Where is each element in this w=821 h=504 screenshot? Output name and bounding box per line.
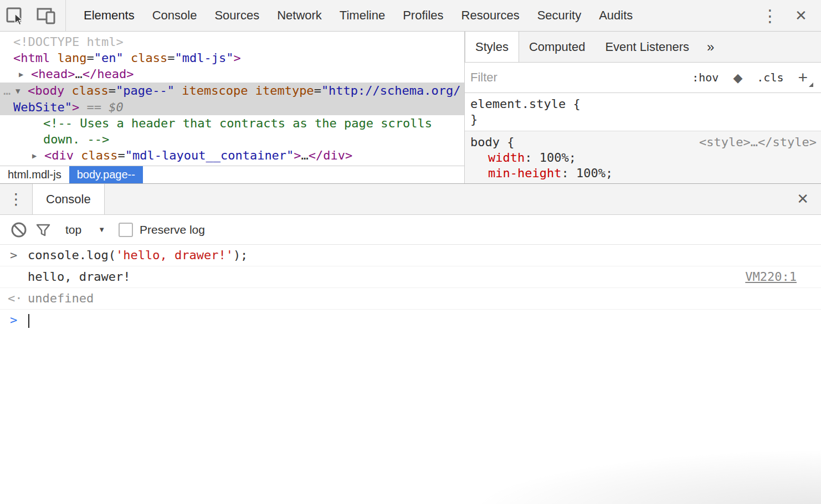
element-classes-button[interactable]: .cls xyxy=(757,71,783,84)
tab-elements[interactable]: Elements xyxy=(75,0,143,31)
rule-close-brace: } xyxy=(465,112,821,127)
panel-splitter[interactable] xyxy=(464,32,465,183)
toolbar-right-controls: ⋮ ✕ xyxy=(755,3,821,28)
preserve-log-label: Preserve log xyxy=(140,223,205,236)
command-chevron-icon: > xyxy=(0,248,28,263)
result-arrow-icon: <· xyxy=(0,291,28,306)
close-drawer-button[interactable]: ✕ xyxy=(793,184,812,214)
message-text: undefined xyxy=(28,291,94,306)
style-rule-element-style: element.style {} xyxy=(465,93,821,131)
tab-network[interactable]: Network xyxy=(268,0,331,31)
console-toolbar: top ▼ Preserve log xyxy=(0,215,821,245)
message-text xyxy=(28,313,29,328)
expand-arrow-icon[interactable]: ▶ xyxy=(32,148,44,164)
tab-overflow-chevron-icon[interactable]: » xyxy=(699,32,722,62)
diamond-state-icon[interactable]: ◆ xyxy=(733,71,742,85)
tab-resources[interactable]: Resources xyxy=(453,0,528,31)
clear-console-icon xyxy=(9,220,28,239)
tab-security[interactable]: Security xyxy=(528,0,590,31)
kebab-icon: ⋮ xyxy=(762,6,778,25)
close-icon: ✕ xyxy=(795,7,807,24)
console-log-row: hello, drawer!VM220:1 xyxy=(0,266,821,288)
tab-console[interactable]: Console xyxy=(143,0,206,31)
rule-selector[interactable]: element.style xyxy=(470,96,566,112)
tab-timeline[interactable]: Timeline xyxy=(331,0,394,31)
drawer-menu-button[interactable]: ⋮ xyxy=(0,184,32,214)
console-prompt-row[interactable]: > xyxy=(0,310,821,331)
context-label: top xyxy=(65,223,81,236)
console-messages: >console.log('hello, drawer!');hello, dr… xyxy=(0,245,821,331)
message-text: hello, drawer! xyxy=(28,270,130,284)
chevron-down-icon: ▼ xyxy=(98,225,105,234)
rule-header: element.style { xyxy=(465,96,821,112)
tab-console-drawer[interactable]: Console xyxy=(32,184,105,214)
funnel-filter-icon xyxy=(34,220,53,239)
preserve-log-toggle[interactable]: Preserve log xyxy=(119,223,205,237)
close-devtools-button[interactable]: ✕ xyxy=(788,3,814,28)
sidebar-tabs: StylesComputedEvent Listeners» xyxy=(465,32,821,63)
dom-tree-line[interactable]: WebSite"> == $0 xyxy=(0,99,464,115)
css-property[interactable]: width: 100%; xyxy=(465,150,821,166)
more-actions-ellipsis-icon[interactable]: … xyxy=(3,83,11,99)
tab-event-listeners[interactable]: Event Listeners xyxy=(595,32,699,62)
dom-tree-line[interactable]: ▶<head>…</head> xyxy=(0,66,464,83)
devtools-window: ElementsConsoleSourcesNetworkTimelinePro… xyxy=(0,0,821,504)
console-result-row: <·undefined xyxy=(0,288,821,310)
more-options-button[interactable]: ⋮ xyxy=(757,3,783,28)
css-property[interactable]: min-height: 100%; xyxy=(465,166,821,181)
drawer-header: ⋮ Console ✕ xyxy=(0,184,821,215)
dom-tree-line[interactable]: <html lang="en" class="mdl-js"> xyxy=(0,50,464,66)
filter-messages-button[interactable] xyxy=(31,218,55,242)
tab-styles[interactable]: Styles xyxy=(465,32,519,62)
style-rule-body-rule: body {<style>…</style>width: 100%;min-he… xyxy=(465,131,821,183)
main-toolbar: ElementsConsoleSourcesNetworkTimelinePro… xyxy=(0,0,821,32)
console-drawer: ⋮ Console ✕ top ▼ xyxy=(0,183,821,504)
tab-audits[interactable]: Audits xyxy=(590,0,642,31)
tab-profiles[interactable]: Profiles xyxy=(394,0,452,31)
dom-tree-line[interactable]: down. --> xyxy=(0,131,464,147)
inspect-element-button[interactable] xyxy=(3,3,28,28)
rule-origin-link[interactable]: <style>…</style> xyxy=(699,135,821,150)
styles-filter-input[interactable] xyxy=(470,70,678,85)
source-link[interactable]: VM220:1 xyxy=(745,270,797,284)
rule-header: body {<style>…</style> xyxy=(465,135,821,150)
main-tabs: ElementsConsoleSourcesNetworkTimelinePro… xyxy=(75,0,642,31)
device-toolbar-button[interactable] xyxy=(34,3,59,28)
execution-context-selector[interactable]: top ▼ xyxy=(65,223,105,236)
dom-tree-line[interactable]: ▶<div class="mdl-layout__container">…</d… xyxy=(0,147,464,164)
breadcrumb-html-mdl-js[interactable]: html.mdl-js xyxy=(0,166,69,183)
tab-sources[interactable]: Sources xyxy=(206,0,268,31)
preserve-log-checkbox[interactable] xyxy=(119,223,133,237)
console-command-row: >console.log('hello, drawer!'); xyxy=(0,245,821,266)
rule-selector[interactable]: body xyxy=(470,135,500,150)
styles-sidebar: StylesComputedEvent Listeners» :hov ◆ .c… xyxy=(465,32,821,183)
text-cursor xyxy=(28,314,29,328)
toolbar-separator xyxy=(65,0,66,31)
console-prompt-icon: > xyxy=(0,313,28,327)
drawer-tab-label: Console xyxy=(46,192,91,207)
breadcrumb-body-page-[interactable]: body.page-- xyxy=(69,166,143,183)
close-icon: ✕ xyxy=(797,191,809,208)
kebab-icon: ⋮ xyxy=(8,190,24,208)
collapse-arrow-icon[interactable]: ▼ xyxy=(16,83,28,99)
expand-arrow-icon[interactable]: ▶ xyxy=(19,66,31,83)
breadcrumb-bar: html.mdl-jsbody.page-- xyxy=(0,166,464,183)
tab-computed[interactable]: Computed xyxy=(519,32,596,62)
dom-tree-line[interactable]: <!DOCTYPE html> xyxy=(0,34,464,50)
styles-filter-row: :hov ◆ .cls + xyxy=(465,63,821,93)
clear-console-button[interactable] xyxy=(7,218,31,242)
device-toolbar-icon xyxy=(35,4,58,27)
dom-tree-line[interactable]: <!-- Uses a header that contracts as the… xyxy=(0,115,464,131)
toggle-pseudo-state-button[interactable]: :hov xyxy=(692,71,719,84)
new-style-rule-button[interactable]: + xyxy=(798,68,810,87)
main-area: <!DOCTYPE html><html lang="en" class="md… xyxy=(0,32,821,183)
dom-tree-line[interactable]: …▼<body class="page--" itemscope itemtyp… xyxy=(0,83,464,99)
message-text: console.log('hello, drawer!'); xyxy=(28,248,248,263)
style-sections: element.style {}body {<style>…</style>wi… xyxy=(465,93,821,183)
inspect-cursor-icon xyxy=(4,4,27,27)
dom-tree: <!DOCTYPE html><html lang="en" class="md… xyxy=(0,32,464,166)
